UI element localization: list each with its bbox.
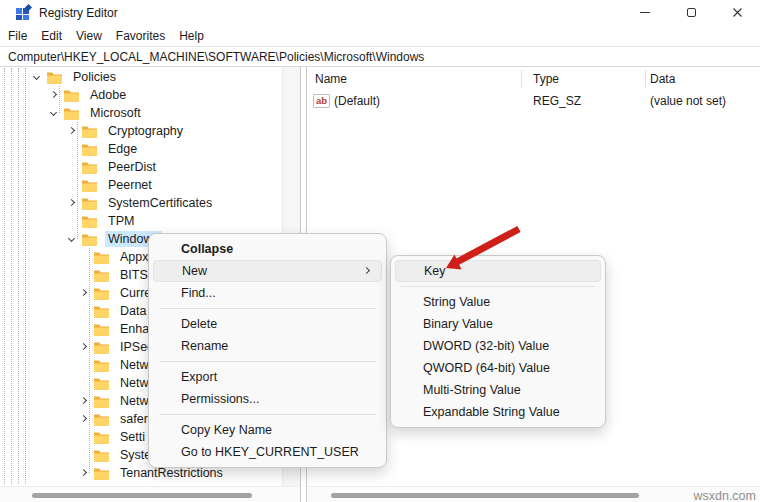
menu-view[interactable]: View: [76, 29, 102, 43]
tree-item-label[interactable]: Data: [117, 303, 149, 319]
tree-item-label[interactable]: Netw: [117, 375, 151, 391]
column-header-type[interactable]: Type: [533, 67, 559, 90]
chevron-right-icon[interactable]: [76, 465, 92, 481]
tree-item-peernet[interactable]: Peernet: [0, 176, 300, 194]
values-horizontal-scrollbar-thumb[interactable]: [331, 493, 639, 498]
registry-editor-window: Registry Editor File Edit View Favorites…: [0, 0, 760, 502]
maximize-icon: [687, 8, 696, 17]
tree-item-label[interactable]: Policies: [70, 69, 119, 85]
tree-item-label[interactable]: TPM: [105, 213, 137, 229]
value-name: (Default): [334, 94, 380, 108]
tree-horizontal-scrollbar-thumb[interactable]: [32, 493, 252, 498]
folder-icon: [92, 394, 112, 408]
tree-item-adobe[interactable]: Adobe: [0, 86, 300, 104]
context-menu-item-copy-key-name[interactable]: Copy Key Name: [153, 419, 382, 441]
chevron-down-icon[interactable]: [29, 69, 45, 85]
folder-icon: [92, 448, 112, 462]
context-menu-item-rename[interactable]: Rename: [153, 335, 382, 357]
menu-favorites[interactable]: Favorites: [116, 29, 165, 43]
submenu-item-key[interactable]: Key: [395, 260, 601, 282]
tree-item-label[interactable]: safer: [117, 411, 151, 427]
tree-item-label[interactable]: Microsoft: [87, 105, 144, 121]
folder-icon: [80, 232, 100, 246]
folder-icon: [80, 160, 100, 174]
folder-icon: [92, 466, 112, 480]
address-bar[interactable]: Computer\HKEY_LOCAL_MACHINE\SOFTWARE\Pol…: [0, 46, 760, 67]
submenu-item-multi-string-value[interactable]: Multi-String Value: [395, 379, 601, 401]
title-bar: Registry Editor: [0, 0, 760, 25]
submenu-item-binary-value[interactable]: Binary Value: [395, 313, 601, 335]
registry-editor-app-icon: [16, 5, 31, 20]
minimize-button[interactable]: [622, 0, 668, 25]
tree-item-tpm[interactable]: TPM: [0, 212, 300, 230]
window-title: Registry Editor: [39, 6, 118, 20]
chevron-right-icon[interactable]: [76, 285, 92, 301]
folder-icon: [92, 304, 112, 318]
context-menu-item-export[interactable]: Export: [153, 366, 382, 388]
chevron-down-icon[interactable]: [64, 231, 80, 247]
folder-icon: [62, 88, 82, 102]
folder-icon: [92, 250, 112, 264]
tree-item-label[interactable]: Netw: [117, 393, 151, 409]
value-row-default[interactable]: ab (Default) REG_SZ (value not set): [307, 90, 760, 112]
tree-item-label[interactable]: Netw: [117, 357, 151, 373]
tree-item-label[interactable]: Enha: [117, 321, 152, 337]
tree-item-microsoft[interactable]: Microsoft: [0, 104, 300, 122]
folder-icon: [92, 376, 112, 390]
maximize-button[interactable]: [668, 0, 714, 25]
context-menu: Collapse New Find... Delete Rename Expor…: [148, 233, 387, 468]
folder-icon: [62, 106, 82, 120]
chevron-down-icon[interactable]: [46, 105, 62, 121]
tree-item-label[interactable]: Cryptography: [105, 123, 186, 139]
submenu-item-qword-value[interactable]: QWORD (64-bit) Value: [395, 357, 601, 379]
tree-item-label[interactable]: Appx: [117, 249, 152, 265]
column-header-name[interactable]: Name: [315, 67, 347, 90]
folder-icon: [92, 268, 112, 282]
tree-item-systemcertificates[interactable]: SystemCertificates: [0, 194, 300, 212]
close-button[interactable]: [714, 0, 760, 25]
folder-icon: [80, 214, 100, 228]
folder-icon: [92, 340, 112, 354]
column-divider[interactable]: [645, 70, 646, 88]
bottom-scrollbar-area: wsxdn.com: [0, 486, 760, 502]
menu-separator: [159, 414, 376, 415]
chevron-right-icon[interactable]: [64, 123, 80, 139]
tree-item-label[interactable]: SystemCertificates: [105, 195, 215, 211]
chevron-right-icon[interactable]: [76, 393, 92, 409]
menu-edit[interactable]: Edit: [41, 29, 62, 43]
column-divider[interactable]: [521, 70, 522, 88]
folder-icon: [80, 178, 100, 192]
tree-item-label[interactable]: Adobe: [87, 87, 129, 103]
menu-separator: [159, 308, 376, 309]
tree-item-label[interactable]: Edge: [105, 141, 140, 157]
submenu-item-string-value[interactable]: String Value: [395, 291, 601, 313]
new-submenu: Key String Value Binary Value DWORD (32-…: [390, 255, 606, 428]
submenu-item-expandable-string-value[interactable]: Expandable String Value: [395, 401, 601, 423]
tree-item-label[interactable]: BITS: [117, 267, 151, 283]
tree-item-cryptography[interactable]: Cryptography: [0, 122, 300, 140]
chevron-right-icon[interactable]: [76, 411, 92, 427]
tree-item-label[interactable]: PeerDist: [105, 159, 159, 175]
submenu-item-dword-value[interactable]: DWORD (32-bit) Value: [395, 335, 601, 357]
context-menu-item-goto-hkcu[interactable]: Go to HKEY_CURRENT_USER: [153, 441, 382, 463]
folder-icon: [92, 358, 112, 372]
chevron-right-icon[interactable]: [64, 195, 80, 211]
menu-file[interactable]: File: [8, 29, 27, 43]
context-menu-item-new[interactable]: New: [153, 260, 382, 282]
context-menu-item-permissions[interactable]: Permissions...: [153, 388, 382, 410]
chevron-right-icon[interactable]: [46, 87, 62, 103]
chevron-right-icon: [363, 267, 370, 274]
context-menu-item-collapse[interactable]: Collapse: [153, 238, 382, 260]
column-header-data[interactable]: Data: [650, 67, 675, 90]
menu-help[interactable]: Help: [179, 29, 204, 43]
context-menu-item-delete[interactable]: Delete: [153, 313, 382, 335]
folder-icon: [92, 412, 112, 426]
context-menu-item-find[interactable]: Find...: [153, 282, 382, 304]
tree-item-label[interactable]: Peernet: [105, 177, 155, 193]
tree-item-peerdist[interactable]: PeerDist: [0, 158, 300, 176]
tree-item-label[interactable]: Setti: [117, 429, 148, 445]
chevron-right-icon[interactable]: [76, 339, 92, 355]
folder-icon: [92, 286, 112, 300]
tree-item-edge[interactable]: Edge: [0, 140, 300, 158]
tree-item-policies[interactable]: Policies: [0, 68, 300, 86]
